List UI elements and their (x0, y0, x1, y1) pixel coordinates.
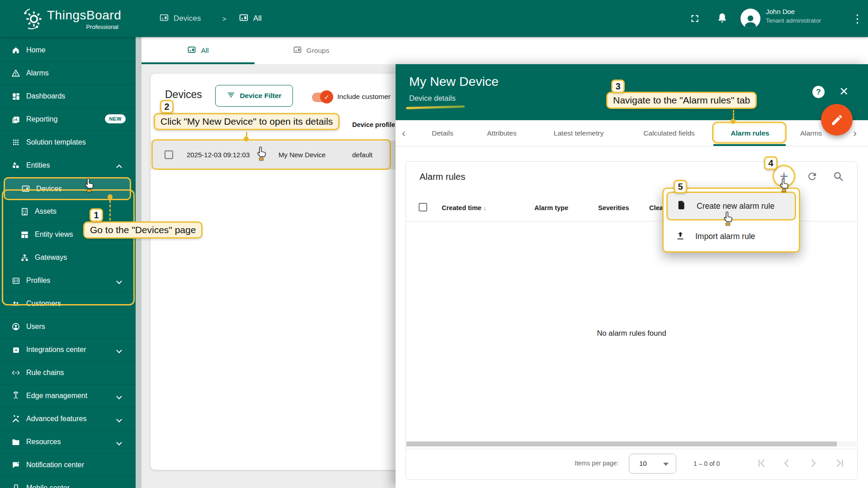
folder-icon (11, 437, 20, 446)
tab-all[interactable]: All (142, 37, 255, 64)
tab-groups[interactable]: Groups (255, 37, 368, 64)
edge-antenna-icon (11, 391, 20, 400)
device-details-panel: My New Device Device details ? × ‹ Detai… (396, 64, 868, 488)
sidebar-item-label: Users (26, 323, 45, 331)
column-header-alarm-type[interactable]: Alarm type (534, 204, 568, 211)
dashboards-icon (11, 92, 20, 101)
search-icon[interactable] (832, 170, 844, 183)
assets-building-icon (20, 207, 29, 216)
user-name: John Doe (766, 8, 795, 15)
sidebar-item-label: Mobile center (26, 484, 70, 488)
chevron-down-icon (116, 394, 122, 399)
sidebar-item-reporting[interactable]: Reporting NEW (0, 108, 136, 131)
sidebar-item-mobile-center[interactable]: Mobile center (0, 477, 136, 488)
annotation-step2-box: Click "My New Device" to open its detail… (154, 113, 340, 130)
tools-icon (11, 414, 20, 423)
refresh-icon[interactable] (806, 170, 818, 183)
sidebar-item-notification-center[interactable]: Notification center (0, 454, 136, 477)
sidebar-item-integrations-center[interactable]: Integrations center (0, 338, 136, 361)
annotation-step2-badge: 2 (160, 100, 174, 113)
sidebar-item-entities[interactable]: Entities (0, 154, 136, 177)
pagination-divider (406, 449, 857, 449)
first-page-icon[interactable] (756, 458, 767, 469)
sidebar-item-label: Edge management (26, 392, 87, 400)
close-icon[interactable]: × (840, 83, 848, 99)
thingsboard-logo-icon (22, 6, 45, 33)
filter-icon (226, 90, 236, 101)
column-header-device-profile[interactable]: Device profile (352, 121, 395, 128)
annotation-underline-swoosh (406, 105, 465, 109)
tab-alarms[interactable]: Alarms (800, 129, 822, 137)
select-all-checkbox[interactable] (419, 203, 427, 211)
column-header-created-time[interactable]: Created time ↓ (442, 204, 486, 211)
sidebar-item-alarms[interactable]: Alarms (0, 62, 136, 85)
tab-attributes[interactable]: Attributes (487, 129, 516, 137)
last-page-icon[interactable] (835, 458, 845, 469)
tabs-scroll-right-icon[interactable]: › (853, 127, 857, 140)
fullscreen-icon[interactable] (689, 13, 701, 26)
tab-details[interactable]: Details (432, 129, 453, 137)
panel-subtitle: Device details (409, 94, 456, 103)
sidebar-item-resources[interactable]: Resources (0, 431, 136, 454)
profiles-badge-icon (11, 276, 20, 285)
chevron-down-icon (116, 278, 122, 284)
device-filter-button[interactable]: Device Filter (215, 85, 293, 107)
toggle-check-icon[interactable]: ✓ (320, 90, 333, 103)
thingsboard-app: ThingsBoard Professional Devices > All J… (0, 0, 868, 488)
annotation-connector-dot (731, 119, 736, 124)
devices-table-title: Devices (165, 89, 202, 101)
column-header-severities[interactable]: Severities (598, 204, 629, 211)
breadcrumb-all[interactable]: All (239, 0, 262, 37)
sidebar-scrollbar[interactable] (136, 37, 142, 488)
sidebar-item-dashboards[interactable]: Dashboards (0, 85, 136, 108)
horizontal-scrollbar-thumb[interactable] (406, 441, 837, 446)
sidebar-item-advanced-features[interactable]: Advanced features (0, 408, 136, 431)
tab-latest-telemetry[interactable]: Latest telemetry (554, 129, 604, 137)
sidebar-item-customers[interactable]: Customers (0, 292, 136, 315)
edit-fab-button[interactable] (821, 104, 853, 136)
annotation-step3-badge: 3 (611, 80, 625, 93)
sidebar-item-assets[interactable]: Assets (0, 200, 136, 223)
help-icon[interactable]: ? (812, 86, 825, 98)
sidebar-item-label: Rule chains (26, 369, 64, 377)
include-customer-label: Include customer (337, 93, 391, 101)
sidebar-nav: Home Alarms Dashboards Reporting NEW Sol… (0, 37, 142, 488)
devices-icon (239, 13, 249, 25)
new-badge: NEW (105, 114, 126, 123)
sidebar-item-rule-chains[interactable]: Rule chains (0, 361, 136, 385)
message-bubble-icon (11, 460, 20, 469)
top-header-bar: ThingsBoard Professional Devices > All J… (0, 0, 868, 37)
logo-subtitle: Professional (47, 23, 118, 30)
sidebar-item-label: Reporting (26, 115, 57, 123)
page-size-value: 10 (639, 460, 647, 467)
sidebar-item-label: Resources (26, 438, 61, 446)
active-tab-underline (142, 62, 255, 64)
sidebar-item-users[interactable]: Users (0, 315, 136, 338)
hand-cursor-icon (84, 177, 96, 194)
sidebar-item-solution-templates[interactable]: Solution templates (0, 131, 136, 154)
sidebar-item-label: Notification center (26, 461, 84, 469)
page-size-select[interactable]: 10 (629, 454, 676, 474)
sidebar-item-gateways[interactable]: Gateways (0, 246, 136, 269)
devices-icon (159, 13, 169, 25)
tabs-scroll-left-icon[interactable]: ‹ (402, 127, 406, 140)
previous-page-icon[interactable] (781, 458, 792, 469)
devices-group-icon (293, 45, 302, 56)
chevron-down-icon (116, 347, 122, 353)
annotation-connector-dot (108, 194, 113, 199)
sidebar-item-edge-management[interactable]: Edge management (0, 385, 136, 408)
entities-shapes-icon (11, 161, 20, 170)
devices-icon (21, 184, 30, 193)
tab-calculated-fields[interactable]: Calculated fields (643, 129, 695, 137)
sidebar-item-profiles[interactable]: Profiles (0, 269, 136, 292)
upload-icon (675, 230, 685, 243)
sort-descending-icon: ↓ (483, 204, 486, 211)
notifications-bell-icon[interactable] (716, 12, 728, 26)
breadcrumb-devices[interactable]: Devices (159, 0, 201, 37)
next-page-icon[interactable] (808, 458, 819, 469)
user-avatar[interactable] (741, 9, 760, 28)
breadcrumb-label: All (253, 14, 262, 23)
home-icon (11, 46, 20, 55)
kebab-menu-icon[interactable]: ⋮ (852, 12, 863, 25)
sidebar-item-home[interactable]: Home (0, 39, 136, 62)
